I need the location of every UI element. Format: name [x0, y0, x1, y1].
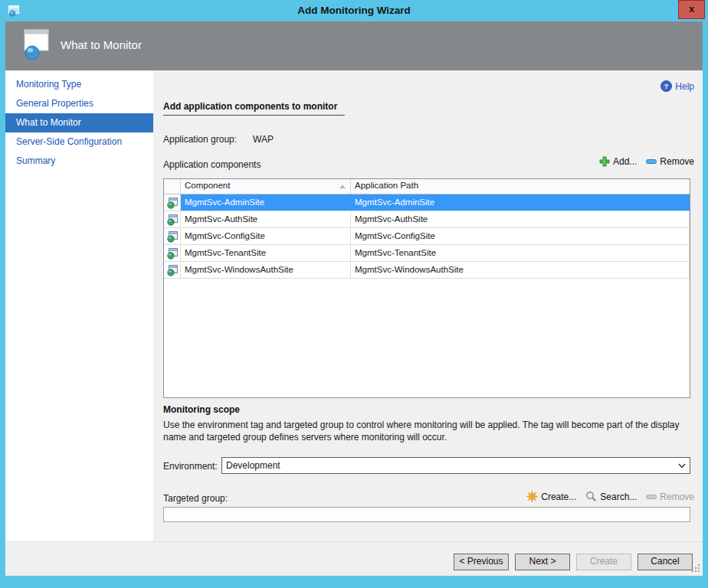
next-button[interactable]: Next >	[515, 554, 570, 570]
environment-select[interactable]: Development	[221, 457, 690, 474]
component-column-label: Component	[185, 181, 230, 190]
website-icon	[166, 264, 179, 276]
remove-targeted-group-label: Remove	[660, 492, 694, 502]
component-cell: MgmtSvc-WindowsAuthSite	[181, 262, 351, 278]
table-header: Component Application Path	[164, 179, 690, 194]
component-cell: MgmtSvc-AuthSite	[181, 211, 351, 227]
table-row[interactable]: MgmtSvc-TenantSite MgmtSvc-TenantSite	[164, 245, 690, 262]
application-components-label: Application components	[163, 159, 261, 170]
cell-icon	[164, 211, 181, 227]
sort-ascending-icon	[339, 185, 346, 188]
components-table: Component Application Path	[163, 178, 690, 398]
add-button[interactable]: Add...	[599, 156, 637, 167]
table-row[interactable]: MgmtSvc-AdminSite MgmtSvc-AdminSite	[164, 194, 690, 211]
resize-grip[interactable]	[692, 564, 700, 572]
wizard-header-band: What to Monitor	[5, 21, 703, 70]
cell-icon	[164, 194, 181, 211]
remove-targeted-group-button[interactable]: Remove	[646, 492, 694, 502]
window-title: Add Monitoring Wizard	[0, 5, 708, 16]
website-icon	[166, 247, 179, 260]
search-icon	[585, 491, 597, 502]
add-label: Add...	[613, 156, 637, 167]
dialog-content: What to Monitor Monitoring Type General …	[5, 21, 703, 576]
application-group-value: WAP	[253, 134, 274, 145]
cell-icon	[164, 245, 181, 261]
components-toolbar: Add... Remove	[599, 156, 694, 167]
chevron-down-icon	[678, 463, 686, 469]
create-wizard-button[interactable]: Create	[576, 554, 631, 570]
application-path-cell: MgmtSvc-AdminSite	[351, 194, 690, 211]
what-to-monitor-icon	[22, 28, 56, 64]
cell-icon	[164, 228, 181, 244]
environment-label: Environment:	[163, 461, 218, 472]
targeted-group-input[interactable]	[163, 507, 690, 522]
create-label: Create...	[541, 492, 576, 502]
monitoring-scope-description: Use the environment tag and targeted gro…	[163, 419, 695, 443]
sidebar-item-general-properties[interactable]: General Properties	[5, 94, 153, 113]
website-icon	[166, 197, 179, 209]
targeted-group-toolbar: Create... Search... Remove	[526, 491, 694, 502]
sidebar-item-summary[interactable]: Summary	[5, 152, 153, 171]
application-path-cell: MgmtSvc-ConfigSite	[351, 228, 690, 244]
sidebar-item-monitoring-type[interactable]: Monitoring Type	[5, 75, 153, 94]
application-path-column-label: Application Path	[355, 181, 418, 190]
component-cell: MgmtSvc-ConfigSite	[181, 228, 351, 244]
component-cell: MgmtSvc-AdminSite	[181, 194, 351, 211]
help-link[interactable]: ? Help	[660, 80, 694, 92]
footer-bar: < Previous Next > Create Cancel	[5, 541, 703, 576]
application-path-cell: MgmtSvc-TenantSite	[351, 245, 690, 261]
table-row[interactable]: MgmtSvc-WindowsAuthSite MgmtSvc-WindowsA…	[164, 262, 690, 279]
remove-dash-icon	[646, 156, 657, 167]
application-group-label: Application group:	[163, 134, 237, 145]
targeted-group-label: Targeted group:	[163, 493, 228, 504]
main-pane: ? Help Add application components to mon…	[153, 70, 703, 541]
create-star-icon	[526, 491, 538, 502]
component-column-header[interactable]: Component	[181, 179, 351, 194]
environment-value: Development	[226, 460, 280, 471]
monitoring-scope-title: Monitoring scope	[163, 404, 240, 415]
help-label: Help	[675, 81, 694, 92]
website-icon	[166, 230, 179, 243]
section-title: Add application components to monitor	[163, 101, 345, 116]
component-cell: MgmtSvc-TenantSite	[181, 245, 351, 261]
website-icon	[166, 214, 179, 226]
page-title: What to Monitor	[61, 38, 142, 51]
create-button[interactable]: Create...	[526, 491, 576, 502]
sidebar-item-server-side-configuration[interactable]: Server-Side Configuration	[5, 132, 153, 152]
cell-icon	[164, 262, 181, 278]
remove-label: Remove	[660, 156, 694, 167]
resize-grip-dots	[692, 570, 693, 572]
previous-button[interactable]: < Previous	[454, 554, 509, 570]
search-label: Search...	[600, 492, 637, 502]
wizard-window: Add Monitoring Wizard x What to Monitor …	[0, 0, 708, 588]
help-icon: ?	[660, 80, 672, 92]
search-button[interactable]: Search...	[585, 491, 637, 502]
add-plus-icon	[599, 156, 610, 167]
remove-dash-icon	[646, 492, 657, 502]
cancel-button[interactable]: Cancel	[638, 554, 693, 570]
icon-column-header[interactable]	[164, 179, 181, 194]
application-path-column-header[interactable]: Application Path	[351, 179, 690, 194]
close-button[interactable]: x	[678, 0, 705, 19]
application-path-cell: MgmtSvc-WindowsAuthSite	[351, 262, 690, 278]
application-path-cell: MgmtSvc-AuthSite	[351, 211, 690, 227]
svg-text:?: ?	[664, 82, 669, 90]
wizard-steps-sidebar: Monitoring Type General Properties What …	[5, 70, 153, 541]
table-row[interactable]: MgmtSvc-AuthSite MgmtSvc-AuthSite	[164, 211, 690, 228]
remove-button[interactable]: Remove	[646, 156, 694, 167]
sidebar-item-what-to-monitor[interactable]: What to Monitor	[5, 113, 153, 132]
title-bar: Add Monitoring Wizard x	[0, 0, 708, 21]
table-row[interactable]: MgmtSvc-ConfigSite MgmtSvc-ConfigSite	[164, 228, 690, 245]
